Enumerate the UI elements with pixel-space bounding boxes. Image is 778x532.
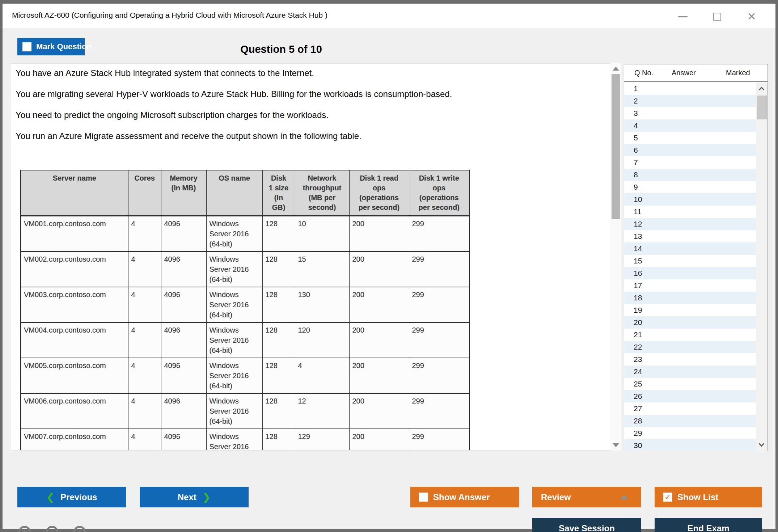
question-list-row[interactable]: 14 — [624, 242, 768, 255]
table-row: VM004.corp.contoso.com44096Windows Serve… — [21, 322, 469, 358]
title-bar: Microsoft AZ-600 (Configuring and Operat… — [3, 4, 775, 28]
zoom-in-icon[interactable]: + — [18, 526, 35, 532]
scroll-down-icon[interactable] — [759, 441, 765, 447]
question-list-row[interactable]: 13 — [624, 230, 768, 242]
main-scrollbar[interactable] — [610, 63, 621, 451]
scrollbar-thumb[interactable] — [757, 96, 767, 119]
question-list-row[interactable]: 22 — [624, 341, 768, 353]
question-list-row[interactable]: 5 — [624, 132, 768, 144]
question-list-row[interactable]: 10 — [624, 193, 768, 206]
table-cell: 4 — [128, 429, 161, 451]
table-cell: VM005.corp.contoso.com — [21, 358, 128, 393]
minimize-button[interactable] — [676, 10, 690, 23]
show-answer-label: Show Answer — [433, 492, 490, 502]
table-cell: 128 — [262, 252, 295, 287]
close-button[interactable]: ✕ — [744, 10, 759, 23]
table-cell: 128 — [262, 429, 295, 451]
question-list-row[interactable]: 9 — [624, 181, 768, 193]
column-header-marked: Marked — [726, 69, 750, 77]
question-list-row[interactable]: 17 — [624, 279, 768, 292]
scroll-up-icon[interactable] — [613, 67, 619, 71]
show-list-label: Show List — [677, 492, 718, 502]
question-list-row[interactable]: 20 — [624, 316, 768, 329]
question-list-row[interactable]: 23 — [624, 353, 768, 366]
save-session-button[interactable]: Save Session — [532, 518, 641, 532]
save-session-label: Save Session — [559, 523, 615, 532]
question-list-row[interactable]: 8 — [624, 169, 768, 181]
question-list-row[interactable]: 25 — [624, 378, 768, 390]
question-list-row[interactable]: 2 — [624, 95, 768, 107]
close-icon: ✕ — [747, 11, 756, 22]
table-cell: 128 — [262, 322, 295, 358]
question-list-row[interactable]: 24 — [624, 366, 768, 378]
question-list-row[interactable]: 4 — [624, 119, 768, 132]
zoom-out-icon[interactable]: − — [73, 526, 90, 532]
question-list-row[interactable]: 15 — [624, 255, 768, 267]
question-list-row[interactable]: 26 — [624, 390, 768, 402]
question-counter: Question 5 of 10 — [3, 43, 560, 55]
table-cell: 4 — [128, 287, 161, 322]
assessment-table-header-row: Server name Cores Memory (In MB) OS name… — [21, 170, 469, 216]
scroll-up-icon[interactable] — [759, 87, 765, 93]
show-list-checkbox[interactable]: ✓ — [663, 493, 672, 502]
question-number: 26 — [634, 392, 642, 401]
maximize-icon — [713, 13, 721, 21]
scrollbar-thumb[interactable] — [612, 74, 620, 219]
review-button[interactable]: Review — [532, 487, 641, 507]
question-number: 2 — [634, 97, 638, 105]
minimize-icon — [678, 16, 688, 17]
zoom-reset-icon[interactable] — [46, 526, 63, 532]
question-list-row[interactable]: 28 — [624, 415, 768, 427]
question-list-row[interactable]: 11 — [624, 206, 768, 218]
question-list-row[interactable]: 6 — [624, 144, 768, 156]
show-answer-checkbox[interactable] — [419, 493, 428, 502]
next-label: Next — [178, 492, 196, 502]
table-cell: 120 — [295, 322, 349, 358]
maximize-button[interactable] — [710, 10, 724, 23]
previous-button[interactable]: ❮ Previous — [17, 487, 126, 507]
lens: − — [73, 526, 86, 532]
question-list-row[interactable]: 27 — [624, 402, 768, 415]
question-list-row[interactable]: 19 — [624, 304, 768, 316]
question-list-row[interactable]: 12 — [624, 218, 768, 230]
table-cell: 4096 — [161, 252, 206, 287]
table-cell: 4 — [128, 322, 161, 358]
col-header-server-name: Server name — [21, 170, 128, 216]
table-row: VM001.corp.contoso.com44096Windows Serve… — [21, 216, 469, 252]
question-list-scrollbar[interactable] — [756, 83, 768, 451]
assessment-table-body: VM001.corp.contoso.com44096Windows Serve… — [21, 216, 469, 451]
show-list-button[interactable]: ✓ Show List — [655, 487, 762, 507]
question-list-row[interactable]: 30 — [624, 439, 768, 451]
question-paragraph: You are migrating several Hyper-V worklo… — [16, 89, 605, 99]
col-header-cores: Cores — [128, 170, 161, 216]
question-number: 19 — [634, 306, 642, 314]
question-list-row[interactable]: 21 — [624, 329, 768, 341]
question-list-row[interactable]: 7 — [624, 156, 768, 169]
table-cell: 299 — [409, 322, 469, 358]
question-list-row[interactable]: 3 — [624, 107, 768, 119]
question-number: 25 — [634, 380, 642, 388]
assessment-table: Server name Cores Memory (In MB) OS name… — [20, 170, 470, 451]
question-list-row[interactable]: 16 — [624, 267, 768, 279]
question-number: 15 — [634, 257, 642, 265]
question-number: 10 — [634, 195, 642, 204]
end-exam-button[interactable]: End Exam — [655, 518, 762, 532]
table-cell: 130 — [295, 287, 349, 322]
question-number: 16 — [634, 269, 642, 278]
table-cell: 4096 — [161, 393, 206, 429]
question-list-row[interactable]: 1 — [624, 83, 768, 95]
question-list-panel: Q No. Answer Marked 12345678910111213141… — [624, 64, 768, 451]
question-number: 6 — [634, 146, 638, 155]
question-number: 5 — [634, 134, 638, 142]
col-header-disk-write-ops: Disk 1 write ops (operations per second) — [409, 170, 469, 216]
show-answer-button[interactable]: Show Answer — [410, 487, 519, 507]
column-header-answer: Answer — [672, 69, 696, 77]
table-cell: 200 — [349, 429, 409, 451]
question-list-row[interactable]: 29 — [624, 427, 768, 439]
table-cell: 200 — [349, 252, 409, 287]
question-number: 29 — [634, 429, 642, 438]
scroll-down-icon[interactable] — [613, 443, 619, 447]
next-button[interactable]: Next ❯ — [140, 487, 249, 507]
question-list-row[interactable]: 18 — [624, 292, 768, 304]
question-text: You have an Azure Stack Hub integrated s… — [16, 68, 605, 152]
